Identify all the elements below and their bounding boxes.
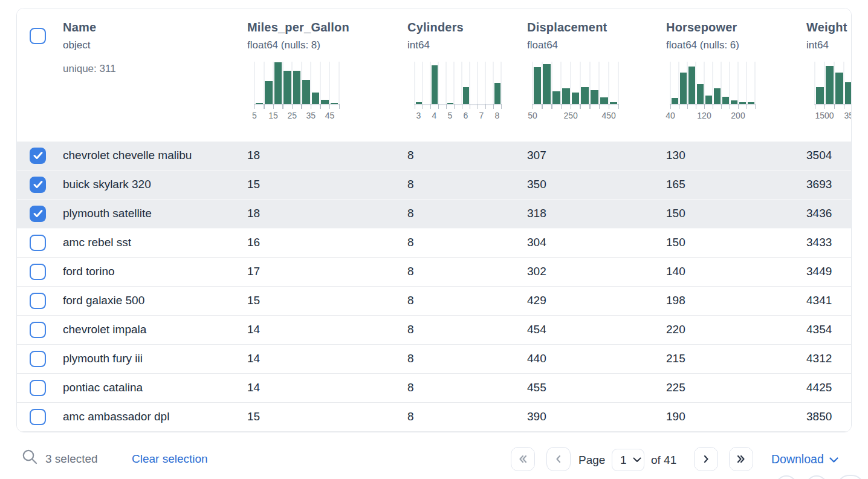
download-label: Download: [771, 452, 824, 466]
histogram-gridline: [445, 62, 447, 104]
histogram-bar: [293, 71, 301, 104]
cell-value: 455: [527, 374, 546, 402]
histogram-bar: [283, 71, 291, 104]
prev-page-button[interactable]: [546, 447, 571, 471]
table-row: ford galaxie 5001584291984341: [17, 287, 851, 316]
cell-name: ford galaxie 500: [63, 287, 144, 314]
histogram-tick-label: 6: [464, 111, 468, 120]
cell-value: 3504: [806, 142, 832, 169]
histogram-gridline: [754, 62, 756, 104]
table-row: plymouth satellite1883181503436: [17, 200, 851, 229]
histogram-gridline: [485, 62, 486, 104]
histogram-tick-label: 4: [432, 111, 437, 120]
histogram-displacement[interactable]: 50250450: [533, 62, 618, 123]
histogram-bar: [705, 96, 712, 104]
page-select[interactable]: 1: [612, 449, 644, 471]
histogram-tick: [292, 104, 293, 109]
row-checkbox[interactable]: [30, 322, 46, 338]
cell-value: 390: [527, 403, 546, 431]
page-select-value: 1: [620, 454, 627, 467]
histogram-bar: [552, 91, 560, 104]
column-title[interactable]: Cylinders: [407, 21, 464, 34]
histogram-miles_per_gallon[interactable]: 515253545: [254, 62, 339, 123]
histogram-tick: [589, 104, 591, 109]
cell-value: 165: [666, 171, 685, 198]
column-dtype: int64: [806, 39, 829, 51]
histogram-tick: [533, 104, 534, 109]
histogram-tick: [254, 104, 256, 109]
histogram-tick: [679, 104, 680, 109]
cell-value: 8: [407, 142, 414, 169]
row-checkbox[interactable]: [30, 235, 46, 251]
column-title[interactable]: Name: [63, 21, 96, 34]
histogram-gridline: [608, 62, 609, 104]
row-checkbox[interactable]: [30, 264, 46, 280]
clear-selection-link[interactable]: Clear selection: [132, 452, 208, 466]
histogram-bar: [321, 100, 329, 104]
histogram-tick: [501, 104, 502, 109]
chevron-down-icon: [829, 457, 838, 463]
histogram-tick: [696, 104, 697, 109]
histogram-tick: [478, 104, 479, 109]
page-label: Page: [578, 454, 605, 467]
row-checkbox[interactable]: [30, 380, 46, 396]
histogram-tick: [599, 104, 600, 109]
column-title[interactable]: Displacement: [527, 21, 607, 34]
histogram-gridline: [618, 62, 619, 104]
cell-value: 4312: [806, 345, 832, 373]
histogram-tick-label: 3: [416, 111, 421, 120]
histogram-tick: [670, 104, 672, 109]
cell-value: 150: [666, 229, 685, 256]
next-page-button[interactable]: [694, 447, 718, 471]
histogram-tick: [713, 104, 714, 109]
histogram-tick: [485, 104, 487, 109]
cell-value: 454: [527, 316, 546, 344]
histogram-bar: [463, 87, 469, 104]
histogram-gridline: [338, 62, 340, 104]
column-title[interactable]: Weight: [806, 21, 847, 34]
cell-value: 8: [407, 258, 414, 285]
histogram-weight[interactable]: 15003500: [815, 62, 852, 123]
search-icon[interactable]: [22, 449, 39, 468]
histogram-tick: [747, 104, 748, 109]
histogram-horsepower[interactable]: 40120200: [670, 62, 755, 123]
first-page-button[interactable]: [511, 447, 535, 471]
column-title[interactable]: Horsepower: [666, 21, 737, 34]
histogram-tick-label: 50: [528, 111, 537, 120]
chevron-left-icon: [552, 453, 565, 465]
total-pages-label: of 41: [651, 454, 676, 467]
cell-name: buick skylark 320: [63, 171, 151, 198]
select-all-checkbox[interactable]: [30, 28, 46, 44]
histogram-gridline: [414, 62, 415, 104]
cell-value: 150: [666, 200, 685, 227]
table-row: amc ambassador dpl1583901903850: [17, 403, 851, 432]
histogram-bar: [274, 62, 282, 104]
histogram-tick: [493, 104, 494, 109]
row-checkbox[interactable]: [30, 177, 46, 193]
histogram-bar: [688, 67, 695, 104]
histogram-tick: [844, 104, 845, 109]
table-row: amc rebel sst1683041503433: [17, 229, 851, 258]
histogram-tick-label: 250: [563, 111, 577, 120]
histogram-gridline: [320, 62, 321, 104]
table-row: pontiac catalina1484552254425: [17, 374, 851, 403]
histogram-cylinders[interactable]: 345678: [415, 62, 501, 123]
cell-value: 8: [407, 200, 414, 227]
cell-value: 8: [407, 316, 414, 344]
cell-value: 3436: [806, 200, 832, 227]
cell-value: 215: [666, 345, 685, 373]
cutoff-button-1: [776, 475, 797, 479]
histogram-tick: [551, 104, 552, 109]
row-checkbox[interactable]: [30, 148, 46, 164]
download-button[interactable]: Download: [771, 452, 838, 466]
row-checkbox[interactable]: [30, 351, 46, 367]
cell-name: amc ambassador dpl: [63, 403, 169, 431]
column-title[interactable]: Miles_per_Gallon: [247, 21, 349, 34]
row-checkbox[interactable]: [30, 206, 46, 222]
last-page-button[interactable]: [729, 447, 753, 471]
cell-name: chevrolet chevelle malibu: [63, 142, 192, 169]
row-checkbox[interactable]: [30, 293, 46, 309]
row-checkbox[interactable]: [30, 409, 46, 425]
histogram-tick: [415, 104, 416, 109]
histogram-bar: [265, 81, 273, 104]
